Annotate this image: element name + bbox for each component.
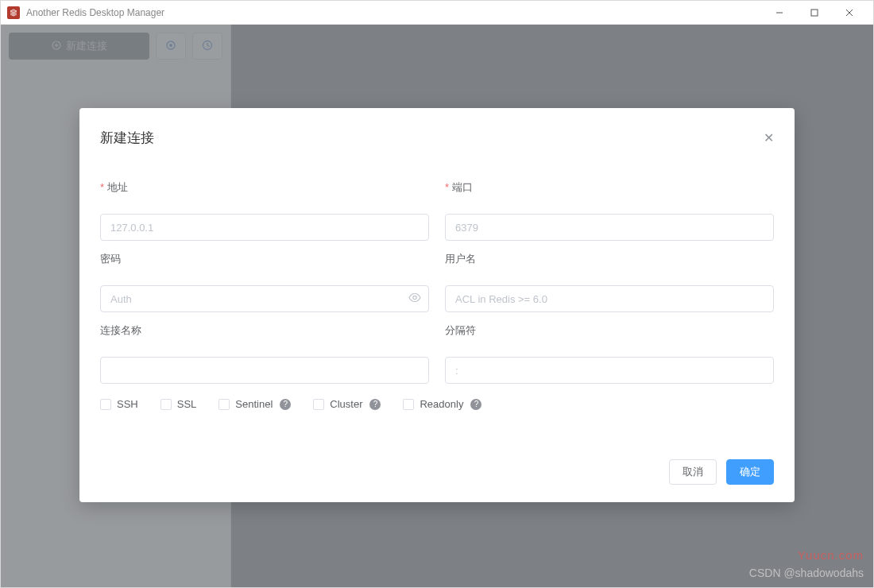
password-input[interactable] xyxy=(100,285,429,312)
cluster-label: Cluster xyxy=(330,398,362,410)
required-mark: * xyxy=(100,181,104,193)
ssl-checkbox-item[interactable]: SSL xyxy=(160,398,197,410)
new-connection-dialog: 新建连接 ✕ *地址 *端口 密码 用户名 xyxy=(79,108,795,502)
help-icon[interactable]: ? xyxy=(280,399,291,410)
close-button[interactable] xyxy=(832,2,867,24)
minimize-button[interactable] xyxy=(762,2,797,24)
host-label: *地址 xyxy=(100,180,429,195)
window-titlebar: Another Redis Desktop Manager xyxy=(1,1,873,25)
password-label: 密码 xyxy=(100,252,429,266)
eye-icon[interactable] xyxy=(408,292,421,307)
options-row: SSH SSL Sentinel ? Cluster ? Readonly ? xyxy=(100,398,774,410)
app-icon xyxy=(7,6,20,19)
required-mark: * xyxy=(445,181,449,193)
checkbox-icon xyxy=(100,399,111,410)
checkbox-icon xyxy=(403,399,414,410)
svg-point-12 xyxy=(413,296,416,299)
sentinel-label: Sentinel xyxy=(235,398,273,410)
sentinel-checkbox-item[interactable]: Sentinel ? xyxy=(218,398,291,410)
ssh-checkbox-item[interactable]: SSH xyxy=(100,398,138,410)
confirm-button[interactable]: 确定 xyxy=(726,459,774,485)
separator-input[interactable] xyxy=(445,357,774,384)
dialog-close-button[interactable]: ✕ xyxy=(764,130,774,145)
username-label: 用户名 xyxy=(445,252,774,266)
ssh-label: SSH xyxy=(117,398,138,410)
name-label: 连接名称 xyxy=(100,323,429,338)
readonly-checkbox-item[interactable]: Readonly ? xyxy=(403,398,481,410)
connection-form: *地址 *端口 密码 用户名 连接名称 分隔符 xyxy=(100,180,774,384)
svg-rect-1 xyxy=(811,10,818,16)
readonly-label: Readonly xyxy=(420,398,463,410)
window-controls xyxy=(762,2,867,24)
help-icon[interactable]: ? xyxy=(369,399,381,410)
close-icon: ✕ xyxy=(764,131,774,145)
cancel-button[interactable]: 取消 xyxy=(669,459,717,485)
port-input[interactable] xyxy=(445,214,774,241)
modal-overlay: 新建连接 ✕ *地址 *端口 密码 用户名 xyxy=(1,25,873,587)
watermark-csdn: CSDN @shadowodahs xyxy=(749,567,864,579)
host-input[interactable] xyxy=(100,214,429,241)
maximize-button[interactable] xyxy=(797,2,832,24)
window-title: Another Redis Desktop Manager xyxy=(26,7,164,18)
port-label: *端口 xyxy=(445,180,774,195)
separator-label: 分隔符 xyxy=(445,323,774,338)
checkbox-icon xyxy=(160,399,172,410)
dialog-footer: 取消 确定 xyxy=(100,459,774,485)
cluster-checkbox-item[interactable]: Cluster ? xyxy=(313,398,381,410)
dialog-title: 新建连接 xyxy=(100,129,154,147)
help-icon[interactable]: ? xyxy=(470,399,481,410)
watermark-site: Yuucn.com xyxy=(798,548,864,562)
checkbox-icon xyxy=(313,399,324,410)
username-input[interactable] xyxy=(445,285,774,312)
dialog-header: 新建连接 ✕ xyxy=(100,129,774,147)
name-input[interactable] xyxy=(100,357,429,384)
ssl-label: SSL xyxy=(177,398,197,410)
checkbox-icon xyxy=(218,399,230,410)
